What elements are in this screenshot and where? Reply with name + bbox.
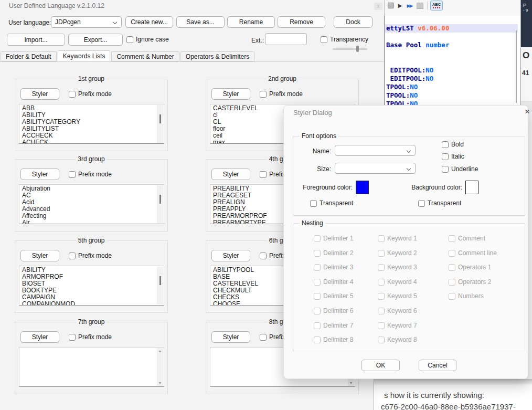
checkbox-keyword-6[interactable]: Keyword 6 xyxy=(378,307,417,314)
close-icon[interactable]: x xyxy=(374,3,382,10)
prefix-mode-label: Prefix mode xyxy=(78,252,112,259)
list-scrollbar[interactable] xyxy=(157,105,163,143)
import-button[interactable]: Import... xyxy=(7,34,65,46)
scrollbar-thumb[interactable] xyxy=(159,114,161,123)
prefix-mode-checkbox[interactable]: Prefix mode xyxy=(69,252,112,259)
save-as-button[interactable]: Save as... xyxy=(176,16,225,28)
editor-line: EDITPOOL:NO xyxy=(386,75,515,83)
prefix-mode-checkbox[interactable]: Prefix mode xyxy=(69,90,112,98)
checkbox-delimiter-7[interactable]: Delimiter 7 xyxy=(314,322,353,329)
styler-button[interactable]: Styler xyxy=(20,169,59,180)
checkbox-keyword-8[interactable]: Keyword 8 xyxy=(378,336,417,343)
checkbox-numbers[interactable]: Numbers xyxy=(449,292,484,300)
export-button[interactable]: Export... xyxy=(68,34,123,46)
group-label: 3rd group xyxy=(76,155,107,163)
group-box-1: 1st groupStylerPrefix modeABB ABILITY AB… xyxy=(15,79,168,151)
cancel-button[interactable]: Cancel xyxy=(419,360,456,371)
styler-button[interactable]: Styler xyxy=(211,169,250,180)
tab-folder-default[interactable]: Folder & Default xyxy=(1,51,57,61)
checkbox-delimiter-5[interactable]: Delimiter 5 xyxy=(314,292,353,300)
create-new-button[interactable]: Create new... xyxy=(125,16,173,28)
run-macro-multiple-icon[interactable]: ▶▶ xyxy=(406,2,413,9)
keywords-list[interactable]: Abjuration AC Acid Advanced Affecting Ai… xyxy=(19,184,164,224)
keywords-text: ABILITY ARMORPROF BIOSET BOOKTYPE CAMPAI… xyxy=(19,266,164,306)
font-name-select[interactable] xyxy=(335,145,416,156)
checkbox-keyword-1[interactable]: Keyword 1 xyxy=(378,235,417,242)
checkbox-keyword-4[interactable]: Keyword 4 xyxy=(378,278,417,286)
remove-button[interactable]: Remove xyxy=(278,16,325,28)
keywords-list[interactable]: ABB ABILITY ABILITYCATEGORY ABILITYLIST … xyxy=(19,104,164,144)
background-transparent-checkbox[interactable]: Transparent xyxy=(418,199,461,207)
group-label: 1st group xyxy=(76,75,107,82)
checkbox-operators-2[interactable]: Operators 2 xyxy=(449,278,491,286)
play-macro-icon[interactable]: ▶ xyxy=(396,2,404,9)
transparency-slider-handle[interactable] xyxy=(356,46,359,52)
checkbox-delimiter-8[interactable]: Delimiter 8 xyxy=(314,336,353,343)
ext-input[interactable] xyxy=(265,33,307,45)
checkbox-keyword-7[interactable]: Keyword 7 xyxy=(378,322,417,329)
checkbox-keyword-2[interactable]: Keyword 2 xyxy=(378,249,417,257)
ok-button[interactable]: OK xyxy=(361,360,400,371)
editor-line: Base Pool number xyxy=(386,41,515,49)
checkbox-delimiter-3[interactable]: Delimiter 3 xyxy=(314,264,353,271)
keywords-list[interactable]: ▲▼ xyxy=(19,347,164,387)
bold-checkbox[interactable]: Bold xyxy=(442,141,464,148)
keywords-list[interactable]: ABILITY ARMORPROF BIOSET BOOKTYPE CAMPAI… xyxy=(19,266,164,306)
background-color-swatch[interactable] xyxy=(465,181,478,194)
list-scrollbar[interactable] xyxy=(157,267,163,304)
font-size-select[interactable] xyxy=(335,163,416,174)
scroll-down-icon[interactable]: ▼ xyxy=(348,381,354,385)
foreground-color-swatch[interactable] xyxy=(356,181,369,194)
save-macro-icon[interactable] xyxy=(416,2,424,9)
close-icon[interactable]: × xyxy=(525,107,530,117)
tab-comment-number[interactable]: Comment & Number xyxy=(111,51,179,61)
rename-button[interactable]: Rename xyxy=(227,16,275,28)
stop-record-icon[interactable] xyxy=(387,2,395,9)
foreground-color-label: Foreground color: xyxy=(293,184,353,191)
italic-checkbox[interactable]: Italic xyxy=(442,153,464,160)
prefix-mode-label: Prefix mode xyxy=(78,90,112,98)
checkbox-keyword-3[interactable]: Keyword 3 xyxy=(378,264,417,271)
checkbox-delimiter-4[interactable]: Delimiter 4 xyxy=(314,278,353,286)
list-scrollbar[interactable]: ▲▼ xyxy=(157,348,163,386)
scroll-down-icon[interactable]: ▼ xyxy=(157,381,163,385)
list-scrollbar[interactable] xyxy=(157,185,163,223)
underline-checkbox[interactable]: Underline xyxy=(442,165,478,173)
checkbox-icon xyxy=(449,279,455,286)
prefix-mode-checkbox[interactable]: Prefix mode xyxy=(260,90,303,98)
editor-line xyxy=(386,49,515,58)
styler-button[interactable]: Styler xyxy=(20,331,59,343)
styler-button[interactable]: Styler xyxy=(211,88,250,100)
checkbox-comment[interactable]: Comment xyxy=(449,235,485,242)
styler-button[interactable]: Styler xyxy=(211,331,250,343)
transparency-slider[interactable] xyxy=(333,48,367,50)
editor-line: TPOOL:NO xyxy=(386,91,515,100)
forum-image-link[interactable]: c676-2c00-46a0-88ee-b5936ae71937-image xyxy=(381,402,532,410)
language-select[interactable]: JDPcgen xyxy=(51,16,122,28)
scrollbar-thumb[interactable] xyxy=(159,195,161,204)
chevron-down-icon xyxy=(407,166,411,171)
styler-button[interactable]: Styler xyxy=(20,250,59,261)
editor-scrollbar[interactable] xyxy=(516,30,517,103)
checkbox-delimiter-1[interactable]: Delimiter 1 xyxy=(314,235,353,242)
ignore-case-checkbox[interactable]: Ignore case xyxy=(126,36,169,43)
checkbox-comment-line[interactable]: Comment line xyxy=(449,249,497,257)
checkbox-operators-1[interactable]: Operators 1 xyxy=(449,264,491,271)
dock-button[interactable]: Dock xyxy=(334,16,373,28)
transparency-checkbox[interactable]: Transparency xyxy=(321,36,368,43)
scroll-up-icon[interactable]: ▲ xyxy=(157,349,163,353)
spellcheck-icon[interactable]: ABC xyxy=(430,1,443,10)
prefix-mode-checkbox[interactable]: Prefix mode xyxy=(69,171,112,178)
checkbox-delimiter-6[interactable]: Delimiter 6 xyxy=(314,307,353,314)
language-select-value: JDPcgen xyxy=(55,18,81,26)
checkbox-delimiter-2[interactable]: Delimiter 2 xyxy=(314,249,353,257)
tab-operators-delimiters[interactable]: Operators & Delimiters xyxy=(180,51,254,61)
tab-keywords-lists[interactable]: Keywords Lists xyxy=(58,50,111,61)
scrollbar-thumb[interactable] xyxy=(159,276,161,285)
styler-button[interactable]: Styler xyxy=(211,250,250,261)
checkbox-keyword-5[interactable]: Keyword 5 xyxy=(378,292,417,300)
npp-editor[interactable]: ettyLST v6.06.00Base Pool number EDITPOO… xyxy=(385,16,520,105)
styler-button[interactable]: Styler xyxy=(20,88,59,100)
foreground-transparent-checkbox[interactable]: Transparent xyxy=(310,199,353,207)
prefix-mode-checkbox[interactable]: Prefix mode xyxy=(69,333,112,341)
